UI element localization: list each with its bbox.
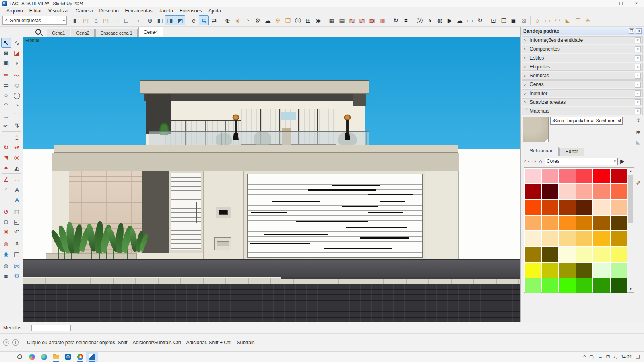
two-point-arc-tool-button[interactable]: ◡ <box>1 110 11 120</box>
taskbar-sketchup-button[interactable] <box>86 352 98 362</box>
axes-tool-button[interactable]: ⊥ <box>1 195 11 205</box>
walk-tool-button[interactable]: ↟ <box>12 239 22 249</box>
dock-icon[interactable]: ❐ <box>629 28 634 34</box>
color-swatch[interactable] <box>542 231 559 246</box>
color-swatch[interactable] <box>611 278 627 293</box>
rotate-tool-button[interactable]: ↻ <box>1 142 11 152</box>
taskbar-chrome-button[interactable] <box>74 352 86 362</box>
tab-editar[interactable]: Editar <box>559 148 584 156</box>
create-material-icon[interactable]: ⊞ <box>635 129 642 136</box>
position-camera-tool-button[interactable]: ⊚ <box>1 239 11 249</box>
three-point-arc-tool-button[interactable]: ⌒ <box>12 110 22 120</box>
color-swatch[interactable] <box>611 216 627 230</box>
color-swatch[interactable] <box>593 231 610 246</box>
color-swatch[interactable] <box>576 216 593 230</box>
menu-arquivo[interactable]: Arquivo <box>3 8 26 14</box>
menu-camera[interactable]: Câmera <box>72 8 96 14</box>
help-icon[interactable]: ? <box>3 339 9 346</box>
scene-tab-cena2[interactable]: Cena2 <box>71 29 94 37</box>
default-material-icon[interactable]: ◣ <box>635 138 642 146</box>
section-plane-tool-button[interactable]: ◫ <box>12 249 22 259</box>
follow-me-tool-button[interactable]: ↫ <box>12 142 22 152</box>
vray-lock-camera-button[interactable]: ⊠ <box>519 15 529 25</box>
color-swatch[interactable] <box>559 247 576 262</box>
style-textured-button[interactable]: ◨ <box>165 15 175 25</box>
push-pull-tool-button[interactable]: ↥ <box>12 132 22 142</box>
color-swatch[interactable] <box>593 247 610 262</box>
offset-tool-button[interactable]: ◎ <box>12 152 22 162</box>
color-swatch[interactable] <box>559 278 576 293</box>
style-monochrome-button[interactable]: ◩ <box>175 15 185 25</box>
text-tool-button[interactable]: A <box>12 185 22 195</box>
tray-section-sombras[interactable]: ›Sombras× <box>522 72 643 80</box>
close-icon[interactable]: × <box>635 82 641 88</box>
color-swatch[interactable] <box>593 216 610 230</box>
vray-dome-light-button[interactable]: ◠ <box>553 15 563 25</box>
orbit-tool-button[interactable]: ↺ <box>1 207 11 217</box>
previous-view-tool-button[interactable]: ↶ <box>12 227 22 237</box>
tray-section-cenas[interactable]: ›Cenas× <box>522 80 643 88</box>
texture-tool-2-button[interactable]: ▤ <box>337 15 347 25</box>
tab-selecionar[interactable]: Selecionar <box>524 147 559 156</box>
color-swatch[interactable] <box>593 169 610 183</box>
scroll-down-icon[interactable]: ▼ <box>627 286 634 292</box>
color-swatch[interactable] <box>525 247 541 262</box>
close-icon[interactable]: × <box>635 73 641 79</box>
right-view-button[interactable]: ◳ <box>101 15 111 25</box>
color-swatch[interactable] <box>542 278 559 293</box>
texture-tool-5-button[interactable]: ▩ <box>367 15 377 25</box>
measurements-input[interactable] <box>31 325 71 331</box>
back-view-button[interactable]: ◲ <box>111 15 121 25</box>
close-icon[interactable]: × <box>635 99 641 105</box>
info-button[interactable]: ⓘ <box>293 15 303 25</box>
tray-expand-icon[interactable]: ^ <box>583 354 586 360</box>
color-swatch[interactable] <box>576 231 593 246</box>
scene-tab-enscape-cena-1[interactable]: Enscape cena 1 <box>95 29 138 37</box>
menu-extensoes[interactable]: Extensões <box>176 8 205 14</box>
add-location-button[interactable]: ⊕ <box>223 15 233 25</box>
color-swatch[interactable] <box>611 231 627 246</box>
zoom-tool-button[interactable]: ⊙ <box>1 217 11 227</box>
vray-update-button[interactable]: ↻ <box>475 15 485 25</box>
polygon-tool-button[interactable]: ◯ <box>12 90 22 100</box>
maximize-button[interactable]: ▢ <box>613 0 629 7</box>
bezier-tool-button[interactable]: ↜ <box>1 120 11 130</box>
dimensions-tool-button[interactable]: ↔ <box>12 175 22 185</box>
left-view-button[interactable]: ◰ <box>81 15 91 25</box>
refresh-button[interactable]: ↻ <box>391 15 401 25</box>
color-swatch[interactable] <box>593 263 610 278</box>
vray-render-interactive-button[interactable]: ▶ <box>445 15 455 25</box>
cloud-download-button[interactable]: ☁ <box>263 15 273 25</box>
entity-shield-button[interactable]: ◈ <box>233 15 243 25</box>
vray-ies-light-button[interactable]: ⊤ <box>573 15 583 25</box>
close-icon[interactable]: × <box>635 46 641 52</box>
enscape-camera-sync-button[interactable]: ⇄ <box>209 15 219 25</box>
color-swatch[interactable] <box>525 169 541 183</box>
taskbar-start-button[interactable] <box>2 352 14 362</box>
home-icon[interactable]: ⌂ <box>539 158 542 165</box>
forward-icon[interactable]: ⇨ <box>532 158 537 165</box>
vray-logo-button[interactable]: Ⓥ <box>415 15 425 25</box>
protractor-tool-button[interactable]: ◜ <box>1 185 11 195</box>
tool-gears-button[interactable]: ⚙ <box>273 15 283 25</box>
detail-arrow-icon[interactable]: ▶ <box>620 158 625 165</box>
eraser-tool-button[interactable]: ◪ <box>12 48 22 58</box>
color-swatch[interactable] <box>611 200 627 215</box>
color-swatch[interactable] <box>611 169 627 183</box>
back-icon[interactable]: ⇦ <box>524 158 529 165</box>
taskbar-file-explorer-button[interactable] <box>50 352 62 362</box>
cart-button[interactable]: ⊞ <box>303 15 313 25</box>
taskbar-outlook-button[interactable]: O <box>62 352 74 362</box>
rotated-rectangle-tool-button[interactable]: ◇ <box>12 80 22 90</box>
vray-spot-light-button[interactable]: ◣ <box>563 15 573 25</box>
color-swatch[interactable] <box>576 247 593 262</box>
tray-section-etiquetas[interactable]: ›Etiquetas× <box>522 63 643 71</box>
circle-tool-button[interactable]: ○ <box>1 90 11 100</box>
close-icon[interactable]: × <box>635 37 641 43</box>
volume-icon[interactable]: ◁ <box>613 354 617 360</box>
gear-button[interactable]: ⚙ <box>253 15 263 25</box>
component-tool-button[interactable]: ▣ <box>1 58 11 68</box>
move-tool-button[interactable]: + <box>1 132 11 142</box>
vray-render-button[interactable]: ◍ <box>435 15 445 25</box>
color-swatch[interactable] <box>525 216 541 230</box>
